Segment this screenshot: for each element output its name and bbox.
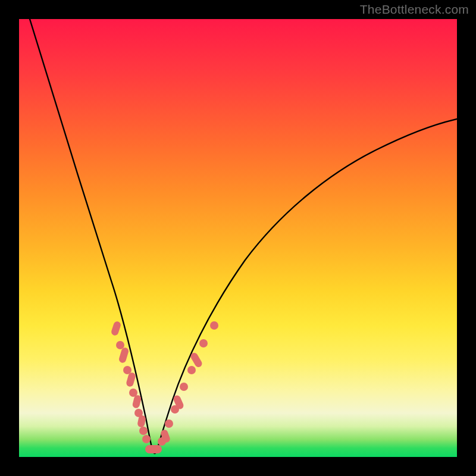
svg-point-10 (142, 435, 151, 443)
right-flank-markers (158, 321, 218, 446)
left-flank-markers (111, 321, 151, 443)
svg-point-1 (116, 341, 124, 349)
svg-point-20 (187, 366, 196, 374)
svg-rect-2 (118, 347, 129, 364)
svg-point-23 (210, 321, 218, 330)
bottleneck-curve-svg (19, 19, 457, 457)
bottleneck-curve-path (30, 19, 457, 453)
svg-rect-0 (111, 321, 122, 337)
svg-point-12 (145, 445, 154, 453)
svg-point-9 (139, 427, 148, 435)
trough-markers (145, 445, 162, 453)
svg-point-13 (154, 445, 162, 453)
svg-point-22 (199, 339, 208, 347)
svg-point-3 (123, 366, 131, 374)
marker-cluster (111, 321, 218, 453)
svg-point-19 (180, 383, 188, 391)
plot-area (19, 19, 457, 457)
watermark-text: TheBottleneck.com (360, 2, 469, 17)
chart-frame: TheBottleneck.com (0, 0, 476, 476)
svg-point-16 (165, 419, 173, 428)
